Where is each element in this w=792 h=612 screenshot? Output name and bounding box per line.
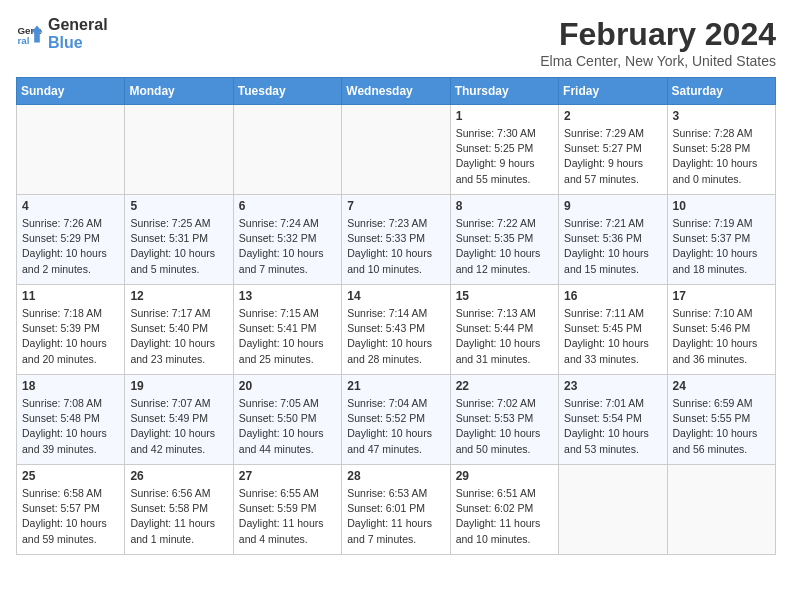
calendar-cell: 20Sunrise: 7:05 AM Sunset: 5:50 PM Dayli… — [233, 375, 341, 465]
day-number: 20 — [239, 379, 336, 393]
calendar-cell: 19Sunrise: 7:07 AM Sunset: 5:49 PM Dayli… — [125, 375, 233, 465]
day-number: 21 — [347, 379, 444, 393]
day-info: Sunrise: 6:58 AM Sunset: 5:57 PM Dayligh… — [22, 486, 119, 547]
calendar-cell: 17Sunrise: 7:10 AM Sunset: 5:46 PM Dayli… — [667, 285, 775, 375]
calendar-cell: 25Sunrise: 6:58 AM Sunset: 5:57 PM Dayli… — [17, 465, 125, 555]
calendar-cell — [559, 465, 667, 555]
logo-line1: General — [48, 16, 108, 34]
day-number: 12 — [130, 289, 227, 303]
calendar-cell: 5Sunrise: 7:25 AM Sunset: 5:31 PM Daylig… — [125, 195, 233, 285]
calendar-cell: 16Sunrise: 7:11 AM Sunset: 5:45 PM Dayli… — [559, 285, 667, 375]
day-number: 19 — [130, 379, 227, 393]
day-info: Sunrise: 7:04 AM Sunset: 5:52 PM Dayligh… — [347, 396, 444, 457]
calendar-cell — [125, 105, 233, 195]
calendar-cell: 13Sunrise: 7:15 AM Sunset: 5:41 PM Dayli… — [233, 285, 341, 375]
day-info: Sunrise: 7:28 AM Sunset: 5:28 PM Dayligh… — [673, 126, 770, 187]
day-number: 17 — [673, 289, 770, 303]
day-number: 6 — [239, 199, 336, 213]
calendar-cell: 4Sunrise: 7:26 AM Sunset: 5:29 PM Daylig… — [17, 195, 125, 285]
calendar-cell — [17, 105, 125, 195]
day-info: Sunrise: 7:02 AM Sunset: 5:53 PM Dayligh… — [456, 396, 553, 457]
calendar-cell: 26Sunrise: 6:56 AM Sunset: 5:58 PM Dayli… — [125, 465, 233, 555]
day-info: Sunrise: 7:19 AM Sunset: 5:37 PM Dayligh… — [673, 216, 770, 277]
day-info: Sunrise: 7:05 AM Sunset: 5:50 PM Dayligh… — [239, 396, 336, 457]
day-info: Sunrise: 6:55 AM Sunset: 5:59 PM Dayligh… — [239, 486, 336, 547]
day-info: Sunrise: 7:14 AM Sunset: 5:43 PM Dayligh… — [347, 306, 444, 367]
day-number: 5 — [130, 199, 227, 213]
day-number: 2 — [564, 109, 661, 123]
day-info: Sunrise: 7:24 AM Sunset: 5:32 PM Dayligh… — [239, 216, 336, 277]
page-header: Gene ral General Blue February 2024 Elma… — [16, 16, 776, 69]
day-info: Sunrise: 7:29 AM Sunset: 5:27 PM Dayligh… — [564, 126, 661, 187]
day-info: Sunrise: 7:26 AM Sunset: 5:29 PM Dayligh… — [22, 216, 119, 277]
calendar-cell: 27Sunrise: 6:55 AM Sunset: 5:59 PM Dayli… — [233, 465, 341, 555]
day-info: Sunrise: 7:30 AM Sunset: 5:25 PM Dayligh… — [456, 126, 553, 187]
day-number: 8 — [456, 199, 553, 213]
day-of-week-header: Sunday — [17, 78, 125, 105]
day-number: 11 — [22, 289, 119, 303]
day-number: 26 — [130, 469, 227, 483]
day-info: Sunrise: 7:10 AM Sunset: 5:46 PM Dayligh… — [673, 306, 770, 367]
day-info: Sunrise: 6:53 AM Sunset: 6:01 PM Dayligh… — [347, 486, 444, 547]
day-info: Sunrise: 6:59 AM Sunset: 5:55 PM Dayligh… — [673, 396, 770, 457]
day-info: Sunrise: 7:15 AM Sunset: 5:41 PM Dayligh… — [239, 306, 336, 367]
calendar-cell: 10Sunrise: 7:19 AM Sunset: 5:37 PM Dayli… — [667, 195, 775, 285]
calendar-cell: 28Sunrise: 6:53 AM Sunset: 6:01 PM Dayli… — [342, 465, 450, 555]
day-info: Sunrise: 7:21 AM Sunset: 5:36 PM Dayligh… — [564, 216, 661, 277]
calendar-cell: 23Sunrise: 7:01 AM Sunset: 5:54 PM Dayli… — [559, 375, 667, 465]
day-number: 1 — [456, 109, 553, 123]
day-of-week-header: Monday — [125, 78, 233, 105]
calendar-cell: 1Sunrise: 7:30 AM Sunset: 5:25 PM Daylig… — [450, 105, 558, 195]
calendar-cell: 9Sunrise: 7:21 AM Sunset: 5:36 PM Daylig… — [559, 195, 667, 285]
day-info: Sunrise: 7:08 AM Sunset: 5:48 PM Dayligh… — [22, 396, 119, 457]
calendar-cell — [342, 105, 450, 195]
day-number: 24 — [673, 379, 770, 393]
day-info: Sunrise: 7:23 AM Sunset: 5:33 PM Dayligh… — [347, 216, 444, 277]
calendar-cell: 2Sunrise: 7:29 AM Sunset: 5:27 PM Daylig… — [559, 105, 667, 195]
calendar-cell: 29Sunrise: 6:51 AM Sunset: 6:02 PM Dayli… — [450, 465, 558, 555]
day-of-week-header: Friday — [559, 78, 667, 105]
calendar-week-row: 11Sunrise: 7:18 AM Sunset: 5:39 PM Dayli… — [17, 285, 776, 375]
calendar-cell: 15Sunrise: 7:13 AM Sunset: 5:44 PM Dayli… — [450, 285, 558, 375]
calendar-week-row: 4Sunrise: 7:26 AM Sunset: 5:29 PM Daylig… — [17, 195, 776, 285]
day-of-week-header: Thursday — [450, 78, 558, 105]
title-section: February 2024 Elma Center, New York, Uni… — [540, 16, 776, 69]
day-info: Sunrise: 7:01 AM Sunset: 5:54 PM Dayligh… — [564, 396, 661, 457]
header-row: SundayMondayTuesdayWednesdayThursdayFrid… — [17, 78, 776, 105]
day-number: 25 — [22, 469, 119, 483]
calendar-cell: 24Sunrise: 6:59 AM Sunset: 5:55 PM Dayli… — [667, 375, 775, 465]
calendar-cell: 22Sunrise: 7:02 AM Sunset: 5:53 PM Dayli… — [450, 375, 558, 465]
day-number: 27 — [239, 469, 336, 483]
calendar-cell: 8Sunrise: 7:22 AM Sunset: 5:35 PM Daylig… — [450, 195, 558, 285]
calendar-cell: 12Sunrise: 7:17 AM Sunset: 5:40 PM Dayli… — [125, 285, 233, 375]
calendar-cell — [233, 105, 341, 195]
day-of-week-header: Wednesday — [342, 78, 450, 105]
day-info: Sunrise: 7:11 AM Sunset: 5:45 PM Dayligh… — [564, 306, 661, 367]
logo: Gene ral General Blue — [16, 16, 108, 51]
day-number: 7 — [347, 199, 444, 213]
calendar-cell — [667, 465, 775, 555]
calendar-cell: 3Sunrise: 7:28 AM Sunset: 5:28 PM Daylig… — [667, 105, 775, 195]
day-info: Sunrise: 7:22 AM Sunset: 5:35 PM Dayligh… — [456, 216, 553, 277]
calendar-cell: 7Sunrise: 7:23 AM Sunset: 5:33 PM Daylig… — [342, 195, 450, 285]
calendar-cell: 6Sunrise: 7:24 AM Sunset: 5:32 PM Daylig… — [233, 195, 341, 285]
day-number: 15 — [456, 289, 553, 303]
logo-line2: Blue — [48, 34, 108, 52]
day-info: Sunrise: 7:07 AM Sunset: 5:49 PM Dayligh… — [130, 396, 227, 457]
day-info: Sunrise: 7:17 AM Sunset: 5:40 PM Dayligh… — [130, 306, 227, 367]
calendar-cell: 14Sunrise: 7:14 AM Sunset: 5:43 PM Dayli… — [342, 285, 450, 375]
svg-text:ral: ral — [17, 34, 29, 45]
day-of-week-header: Tuesday — [233, 78, 341, 105]
day-number: 10 — [673, 199, 770, 213]
day-info: Sunrise: 7:25 AM Sunset: 5:31 PM Dayligh… — [130, 216, 227, 277]
month-year: February 2024 — [540, 16, 776, 53]
day-number: 4 — [22, 199, 119, 213]
calendar-week-row: 25Sunrise: 6:58 AM Sunset: 5:57 PM Dayli… — [17, 465, 776, 555]
location: Elma Center, New York, United States — [540, 53, 776, 69]
day-info: Sunrise: 6:51 AM Sunset: 6:02 PM Dayligh… — [456, 486, 553, 547]
calendar-table: SundayMondayTuesdayWednesdayThursdayFrid… — [16, 77, 776, 555]
day-number: 23 — [564, 379, 661, 393]
day-number: 9 — [564, 199, 661, 213]
day-number: 22 — [456, 379, 553, 393]
day-number: 16 — [564, 289, 661, 303]
